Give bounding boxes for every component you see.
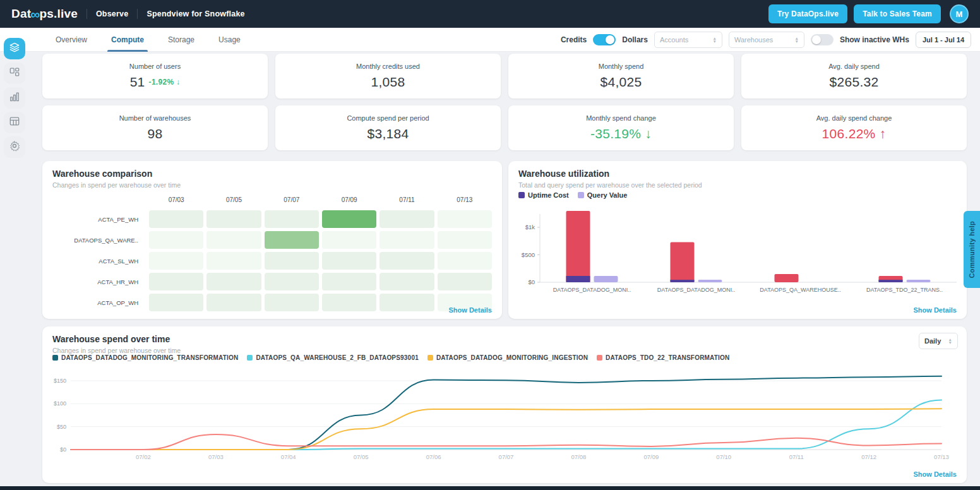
heatmap-cell [322, 231, 376, 249]
secondary-toolbar: Overview Compute Storage Usage Credits D… [0, 28, 980, 52]
tab-usage[interactable]: Usage [218, 28, 241, 52]
legend-swatch [597, 355, 602, 361]
legend-item-query-value: Query Value [578, 191, 628, 199]
legend-swatch [427, 355, 433, 361]
interval-select[interactable]: Daily ▲▼ [919, 333, 958, 349]
warehouse-comparison-panel: Warehouse comparison Changes in spend pe… [42, 161, 502, 319]
heatmap-row-label: DATAOPS_QA_WARE.. [52, 231, 146, 249]
heatmap-row-label: ACTA_SL_WH [52, 252, 146, 270]
logo-text-suffix: ps.live [39, 7, 78, 21]
heatmap-cell [379, 231, 434, 249]
warehouses-select[interactable]: Warehouses ▲▼ [729, 32, 804, 48]
query-value-bar [698, 280, 722, 282]
kpi-label: Avg. daily spend change [816, 114, 892, 122]
total-spend-bar [566, 211, 590, 282]
try-dataops-button[interactable]: Try DataOps.live [768, 4, 847, 23]
sidebar-item-dashboard[interactable] [4, 63, 25, 84]
show-details-link[interactable]: Show Details [449, 306, 492, 314]
panel-subtitle: Total and query spend per warehouse over… [518, 181, 702, 189]
user-avatar[interactable]: M [950, 4, 969, 23]
panel-subtitle: Changes in spend per warehouse over time [52, 347, 181, 354]
heatmap-cell [379, 273, 434, 290]
spend-line-chart: $0$50$100$15007/0207/0307/0407/0507/0607… [42, 374, 967, 470]
kpi-label: Monthly spend [599, 63, 644, 70]
spend-x-label: 07/12 [861, 453, 876, 460]
dataops-logo[interactable]: Dat∞ps.live [11, 7, 78, 21]
show-details-link[interactable]: Show Details [914, 470, 957, 478]
kpi-delta: -1.92% ↓ [149, 78, 181, 87]
legend-swatch [52, 355, 58, 361]
kpi-label: Avg. daily spend [828, 63, 880, 70]
heatmap-cell [265, 294, 319, 311]
bottom-strip [0, 486, 980, 490]
tab-compute[interactable]: Compute [111, 28, 144, 52]
accounts-select[interactable]: Accounts ▲▼ [654, 32, 722, 48]
community-help-tab[interactable]: Community help [964, 211, 980, 288]
total-spend-bar [775, 274, 799, 282]
heatmap-cell [322, 273, 376, 290]
gear-icon [8, 140, 21, 155]
chevron-updown-icon: ▲▼ [795, 37, 799, 43]
heatmap-cell [265, 252, 319, 270]
tab-overview[interactable]: Overview [56, 28, 87, 52]
uptime-cost-bar [566, 276, 590, 282]
spend-y-tick: $50 [57, 424, 66, 430]
kpi-number-of-users: Number of users 51 -1.92% ↓ [42, 54, 268, 99]
query-value-bar [594, 276, 618, 282]
show-details-link[interactable]: Show Details [914, 306, 957, 314]
panel-title: Warehouse comparison [52, 169, 152, 179]
heatmap-cell [265, 273, 319, 290]
nav-divider [87, 9, 87, 19]
spend-x-label: 07/09 [643, 453, 659, 460]
heatmap-cell [322, 252, 376, 270]
total-spend-bar [671, 242, 695, 282]
credits-dollars-toggle[interactable] [593, 34, 616, 45]
kpi-compute-spend-period: Compute spend per period $3,184 [275, 105, 501, 150]
kpi-value: 106.22% [822, 126, 876, 141]
legend-item: DATAOPS_DATADOG_MONITORING_INGESTION [427, 354, 588, 361]
tab-list: Overview Compute Storage Usage [56, 28, 241, 52]
sidebar-item-compute[interactable] [4, 38, 25, 59]
heatmap-cell [322, 210, 376, 228]
chevron-updown-icon: ▲▼ [948, 338, 952, 344]
kpi-value: $4,025 [600, 75, 642, 90]
sidebar-item-charts[interactable] [4, 87, 25, 109]
nav-product-title: Spendview for Snowflake [146, 9, 244, 18]
accounts-select-value: Accounts [660, 36, 688, 44]
arrow-down-icon: ↓ [176, 78, 180, 87]
sidebar-item-settings[interactable] [4, 136, 25, 158]
heatmap-cell [149, 231, 203, 249]
sidebar-item-tables[interactable] [4, 112, 25, 133]
panel-subtitle: Changes in spend per warehouse over time [52, 181, 181, 189]
kpi-number-of-warehouses: Number of warehouses 98 [42, 105, 268, 150]
warehouses-select-value: Warehouses [734, 36, 773, 44]
arrow-down-icon: ↓ [645, 126, 652, 141]
tab-storage[interactable]: Storage [168, 28, 194, 52]
interval-select-value: Daily [924, 337, 941, 345]
kpi-value: 98 [148, 126, 163, 141]
show-inactive-whs-toggle[interactable] [811, 34, 834, 45]
legend-swatch [247, 355, 253, 361]
utilization-bar-chart: $0$500$1kDATAOPS_DATADOG_MONI..DATAOPS_D… [508, 204, 967, 305]
kpi-label: Monthly spend change [586, 114, 656, 122]
kpi-value: -35.19% [590, 126, 641, 141]
heatmap-row-label: ACTA_OP_WH [52, 294, 146, 311]
heatmap-cell [438, 231, 492, 249]
spend-x-label: 07/11 [789, 453, 804, 460]
spend-x-label: 07/04 [281, 453, 296, 460]
heatmap-row-label: ACTA_HR_WH [52, 273, 146, 290]
heatmap-cell [206, 294, 261, 311]
kpi-avg-daily-spend: Avg. daily spend $265.32 [741, 54, 967, 99]
talk-to-sales-button[interactable]: Talk to Sales Team [854, 4, 941, 23]
toggle-knob [606, 35, 614, 44]
util-x-label: DATAOPS_QA_WAREHOUSE.. [760, 287, 840, 293]
uptime-cost-bar [879, 280, 903, 282]
util-y-tick: $500 [522, 251, 535, 258]
nav-section-observe[interactable]: Observe [96, 9, 128, 18]
infinity-icon: ∞ [30, 8, 40, 21]
date-range-picker[interactable]: Jul 1 - Jul 14 [916, 32, 971, 48]
kpi-monthly-spend-change: Monthly spend change -35.19%↓ [508, 105, 734, 150]
warehouse-utilization-panel: Warehouse utilization Total and query sp… [508, 161, 967, 319]
heatmap-cell [438, 210, 492, 228]
legend-item: DATAOPS_DATADOG_MONITORING_TRANSFORMATIO… [52, 354, 238, 361]
